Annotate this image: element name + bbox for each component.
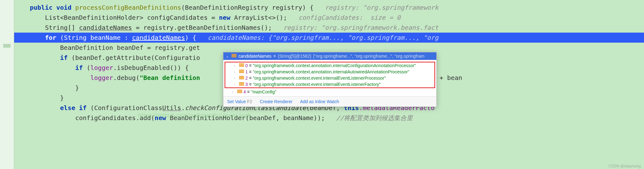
set-value-link[interactable]: Set Value F2 [227, 99, 252, 104]
chevron-down-icon[interactable]: ⌄ [226, 54, 230, 58]
keyword: else if [60, 104, 86, 112]
keyword: if [75, 64, 83, 71]
execution-line: for (String beanName : candidateNames) {… [0, 33, 644, 43]
chevron-right-icon[interactable]: › [234, 70, 238, 74]
popup-body: › 0 = "org.springframework.context.annot… [223, 60, 436, 96]
debug-variable-popup[interactable]: ⌄ candidateNames = {String[5]@1582} ["or… [223, 52, 437, 107]
array-icon [239, 76, 244, 80]
array-index: 3 [245, 82, 248, 87]
method-name: processConfigBeanDefinitions [75, 4, 181, 11]
code-line: List<BeanDefinitionHolder> configCandida… [0, 13, 644, 23]
array-index: 2 [245, 76, 248, 81]
variable-type: {String[5]@1582} [278, 54, 311, 59]
inline-hint: registry: "org.springframework.beans.fac… [272, 24, 439, 31]
array-value: "org.springframework.context.annotation.… [253, 69, 409, 74]
popup-footer: Set Value F2 Create Renderer Add as Inli… [223, 96, 436, 107]
code-line: String[] candidateNames = registry.getBe… [0, 23, 644, 33]
array-index: 0 [245, 63, 248, 68]
array-value: "org.springframework.context.event.inter… [253, 76, 386, 81]
code-line: configCandidates.add(new BeanDefinitionH… [0, 113, 644, 123]
keyword: public void [30, 4, 75, 11]
editor-gutter [0, 0, 14, 169]
variable-preview: ["org.springframe...", "org.springframe.… [313, 54, 424, 59]
array-value: "org.springframework.context.annotation.… [253, 63, 416, 68]
keyword: new [155, 114, 166, 122]
array-icon [232, 54, 237, 58]
keyword: if [60, 54, 68, 61]
chevron-right-icon[interactable]: › [234, 64, 238, 67]
variable: candidateNames [79, 24, 132, 31]
code-line: BeanDefinition beanDef = registry.get [0, 43, 644, 53]
chevron-right-icon[interactable]: › [234, 77, 238, 80]
array-icon [239, 82, 244, 87]
highlight-box: › 0 = "org.springframework.context.annot… [225, 62, 435, 88]
inline-hint: configCandidates: size = 0 [287, 14, 401, 21]
variable-name: candidateNames [238, 54, 271, 59]
array-icon [239, 70, 244, 74]
array-element-row[interactable]: › 0 = "org.springframework.context.annot… [225, 62, 434, 69]
params: (BeanDefinitionRegistry registry) { [181, 4, 314, 11]
array-value: "mainConfig" [251, 89, 276, 94]
shortcut-hint: F2 [247, 99, 252, 104]
inline-hint: registry: "org.springframework [314, 4, 438, 11]
keyword: for [45, 34, 56, 41]
comment: //将配置类加到候选集合里 [325, 114, 413, 122]
array-element-row[interactable]: › 1 = "org.springframework.context.annot… [225, 69, 434, 75]
array-value: "org.springframework.context.event.inter… [253, 82, 381, 87]
array-index: 1 [245, 69, 248, 74]
array-icon [237, 90, 242, 94]
string-literal: "Bean definition [139, 74, 200, 82]
gutter-marker [3, 44, 11, 48]
chevron-right-icon[interactable]: › [234, 83, 238, 86]
keyword: new [219, 14, 230, 21]
variable[interactable]: candidateNames [132, 34, 185, 41]
field: logger [90, 74, 113, 82]
add-inline-watch-link[interactable]: Add as Inline Watch [300, 99, 339, 104]
array-element-row[interactable]: › 2 = "org.springframework.context.event… [225, 75, 434, 81]
watermark-author: CSDN @xiejunxing [609, 164, 641, 168]
popup-header[interactable]: ⌄ candidateNames = {String[5]@1582} ["or… [223, 52, 436, 60]
field: logger [90, 64, 113, 71]
inline-hint: candidateNames: {"org.springfram..., "or… [196, 34, 439, 41]
array-element-row[interactable]: › 4 = "mainConfig" [223, 89, 436, 95]
create-renderer-link[interactable]: Create Renderer [260, 99, 292, 104]
code-line: public void processConfigBeanDefinitions… [0, 3, 644, 13]
array-element-row[interactable]: › 3 = "org.springframework.context.event… [225, 81, 434, 87]
chevron-right-icon[interactable]: › [232, 90, 236, 94]
array-index: 4 [243, 89, 246, 94]
array-icon [239, 63, 244, 68]
